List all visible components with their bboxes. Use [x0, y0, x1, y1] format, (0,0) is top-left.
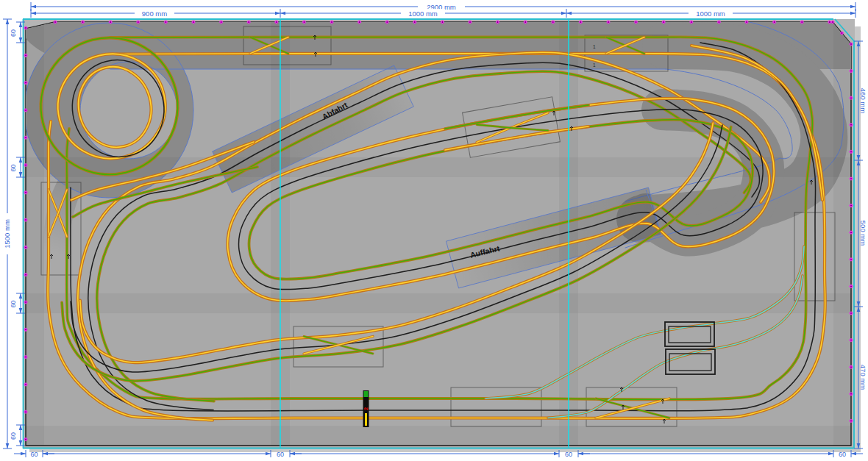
svg-text:60: 60 — [10, 300, 17, 307]
svg-text:1000 mm: 1000 mm — [696, 10, 725, 18]
svg-text:60: 60 — [10, 164, 17, 171]
svg-text:1: 1 — [593, 62, 596, 68]
svg-text:1000 mm: 1000 mm — [408, 10, 438, 18]
svg-text:1500 mm: 1500 mm — [3, 219, 11, 249]
svg-text:470 mm: 470 mm — [859, 365, 867, 390]
svg-text:60: 60 — [839, 451, 846, 458]
svg-text:60: 60 — [30, 451, 38, 458]
svg-text:1: 1 — [593, 44, 596, 49]
svg-text:60: 60 — [277, 451, 284, 458]
svg-text:60: 60 — [10, 29, 17, 37]
svg-text:460 mm: 460 mm — [859, 88, 867, 113]
svg-text:900 mm: 900 mm — [142, 10, 167, 18]
svg-text:60: 60 — [10, 432, 17, 440]
svg-text:500 mm: 500 mm — [859, 221, 867, 246]
svg-text:60: 60 — [565, 451, 572, 458]
svg-text:2: 2 — [363, 407, 369, 410]
